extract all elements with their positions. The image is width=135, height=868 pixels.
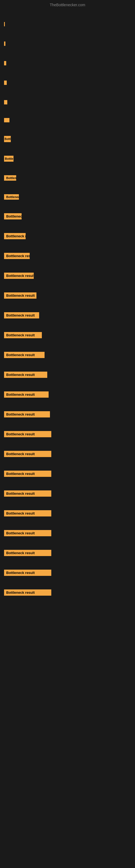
bottleneck-result-label: Bottleneck result bbox=[4, 41, 5, 46]
bottleneck-result-label: Bottleneck result bbox=[4, 550, 51, 556]
list-item: Bottleneck result bbox=[4, 589, 131, 596]
bottleneck-result-label: Bottleneck result bbox=[4, 81, 7, 85]
bottleneck-result-label: Bottleneck result bbox=[4, 273, 34, 279]
list-item: Bottleneck result bbox=[4, 312, 131, 318]
bottleneck-result-label: Bottleneck result bbox=[4, 118, 9, 122]
list-item: Bottleneck result bbox=[4, 569, 131, 576]
list-item: Bottleneck result bbox=[4, 273, 131, 279]
list-item: Bottleneck result bbox=[4, 233, 131, 239]
bottleneck-result-label: Bottleneck result bbox=[4, 292, 37, 299]
list-item: Bottleneck result bbox=[4, 213, 131, 219]
bottleneck-result-label: Bottleneck result bbox=[4, 569, 51, 576]
list-item: Bottleneck result bbox=[4, 61, 131, 65]
bottleneck-result-label: Bottleneck result bbox=[4, 589, 51, 596]
list-item: Bottleneck result bbox=[4, 372, 131, 378]
list-item: Bottleneck result bbox=[4, 490, 131, 497]
bottleneck-result-label: Bottleneck result bbox=[4, 253, 30, 259]
main-container: Bottleneck resultBottleneck resultBottle… bbox=[0, 8, 135, 600]
list-item: Bottleneck result bbox=[4, 175, 131, 181]
bottleneck-result-label: Bottleneck result bbox=[4, 175, 16, 181]
bottleneck-result-label: Bottleneck result bbox=[4, 22, 5, 26]
list-item: Bottleneck result bbox=[4, 41, 131, 46]
bottleneck-result-label: Bottleneck result bbox=[4, 136, 11, 142]
list-item: Bottleneck result bbox=[4, 118, 131, 122]
bottleneck-result-label: Bottleneck result bbox=[4, 451, 51, 457]
list-item: Bottleneck result bbox=[4, 510, 131, 517]
bottleneck-result-label: Bottleneck result bbox=[4, 392, 49, 398]
bottleneck-result-label: Bottleneck result bbox=[4, 156, 13, 162]
list-item: Bottleneck result bbox=[4, 332, 131, 338]
bottleneck-result-label: Bottleneck result bbox=[4, 352, 45, 358]
list-item: Bottleneck result bbox=[4, 451, 131, 457]
list-item: Bottleneck result bbox=[4, 100, 131, 104]
list-item: Bottleneck result bbox=[4, 136, 131, 142]
bottleneck-result-label: Bottleneck result bbox=[4, 194, 19, 199]
list-item: Bottleneck result bbox=[4, 253, 131, 259]
list-item: Bottleneck result bbox=[4, 411, 131, 417]
list-item: Bottleneck result bbox=[4, 156, 131, 162]
list-item: Bottleneck result bbox=[4, 22, 131, 26]
bottleneck-result-label: Bottleneck result bbox=[4, 411, 50, 417]
list-item: Bottleneck result bbox=[4, 392, 131, 398]
bottleneck-result-label: Bottleneck result bbox=[4, 510, 51, 517]
list-item: Bottleneck result bbox=[4, 471, 131, 477]
bottleneck-result-label: Bottleneck result bbox=[4, 431, 51, 437]
bottleneck-result-label: Bottleneck result bbox=[4, 312, 39, 318]
site-title: TheBottlenecker.com bbox=[0, 0, 135, 8]
bottleneck-result-label: Bottleneck result bbox=[4, 61, 6, 65]
site-title-wrapper: TheBottlenecker.com bbox=[0, 0, 135, 8]
bottleneck-result-label: Bottleneck result bbox=[4, 233, 26, 239]
list-item: Bottleneck result bbox=[4, 292, 131, 299]
bottleneck-result-label: Bottleneck result bbox=[4, 100, 7, 104]
bottleneck-result-label: Bottleneck result bbox=[4, 213, 21, 219]
bottleneck-result-label: Bottleneck result bbox=[4, 490, 51, 497]
list-item: Bottleneck result bbox=[4, 194, 131, 199]
bottleneck-result-label: Bottleneck result bbox=[4, 332, 42, 338]
bottleneck-result-label: Bottleneck result bbox=[4, 372, 47, 378]
bottleneck-result-label: Bottleneck result bbox=[4, 471, 51, 477]
bottleneck-result-label: Bottleneck result bbox=[4, 530, 51, 536]
list-item: Bottleneck result bbox=[4, 352, 131, 358]
list-item: Bottleneck result bbox=[4, 550, 131, 556]
list-item: Bottleneck result bbox=[4, 431, 131, 437]
list-item: Bottleneck result bbox=[4, 530, 131, 536]
list-item: Bottleneck result bbox=[4, 81, 131, 85]
